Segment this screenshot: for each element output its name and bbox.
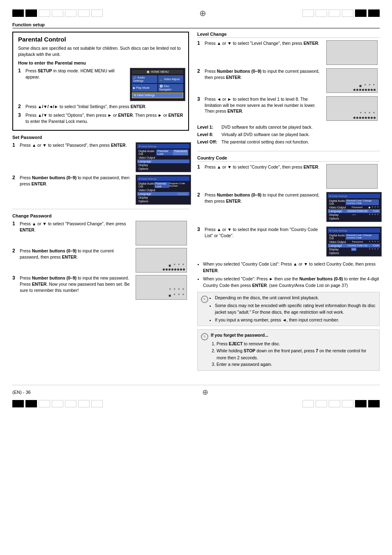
- footer-squares-bar: [12, 400, 380, 407]
- chg-pw-step-1-content: 1 Press ▲ or ▼ to select "Password Chang…: [12, 221, 131, 235]
- level-dot-row: [353, 89, 376, 91]
- cc3-code: Code: [373, 244, 379, 247]
- function-setup-label: Function setup: [12, 22, 380, 28]
- chg-pw-step-2-img: ■ * * *: [136, 248, 189, 273]
- level-1-desc: DVD software for adults cannot be played…: [221, 124, 313, 131]
- chg-pw-text-1: Press ▲ or ▼ to select "Password Change"…: [20, 221, 131, 233]
- footer-sq-3: [39, 400, 50, 407]
- set-pw-step-1-content: 1 Press ▲ or ▼ to select "Password", the…: [12, 142, 131, 151]
- enter-step-1-img: 🏠 HOME MENU 🔊 Audio Settings 📺 Video Adj…: [130, 68, 183, 101]
- forget-pw-list: Press EJECT to remove the disc. While ho…: [211, 340, 376, 368]
- chg-pw-step-3: 3 Press Number buttons (0–9) to input th…: [12, 275, 189, 300]
- pw-screen-2: ⚙ Initial Settings Digital Audio Out Par…: [136, 175, 191, 205]
- asterisk-row-2: * * * *: [169, 288, 185, 292]
- note-2: Some discs may not be encoded with speci…: [215, 303, 376, 316]
- step-num-2: 2: [18, 104, 23, 109]
- level-asterisk-2: * * * *: [360, 111, 376, 116]
- header-sq-r5: [355, 9, 367, 17]
- chg-pw-screen-3: * * * * ■ * * *: [136, 275, 187, 300]
- note-3: If you input a wrong number, press ◄, th…: [215, 317, 376, 324]
- enter-step-2-item: 2 Press ▲/▼/◄/► to select "Initial Setti…: [18, 104, 183, 110]
- pw2-language: Language: [138, 192, 151, 195]
- level-dot-row-2: [353, 117, 376, 119]
- enter-step-1: 1 Press SETUP in stop mode. HOME MENU wi…: [18, 68, 183, 101]
- ldot-1: [353, 89, 355, 91]
- forget-pw-icon: ✎: [201, 333, 208, 340]
- country-code-section: Country Code 1 Press ▲ or ▼ to select "C…: [197, 155, 380, 371]
- pw-header-2-initial: ⚙ Initial Settings: [138, 177, 157, 180]
- cc-step-num-2: 2: [197, 192, 201, 198]
- footer-sq-r1: [302, 400, 314, 407]
- level-item-1: Level 1: DVD software for adults cannot …: [197, 124, 380, 131]
- pw2-parental: Parental Lock: [154, 182, 169, 188]
- cc3-select-item: ──: [351, 248, 357, 251]
- header-sq-1: [12, 9, 24, 17]
- cc-screen-3: ⚙ Initial Settings Digital Audio Out Par…: [326, 227, 382, 257]
- home-menu-mockup: 🏠 HOME MENU 🔊 Audio Settings 📺 Video Adj…: [130, 68, 185, 101]
- header-sq-r6: [368, 9, 380, 17]
- cc3-body-1: Digital Audio Out Parental Lock: Change …: [328, 234, 380, 240]
- footer-sq-r4: [342, 400, 353, 407]
- cc3-country-list: Country Code List: [348, 244, 367, 247]
- set-pw-step-1-img: ⚙ Initial Settings Digital Audio Out Par…: [136, 142, 189, 172]
- cc-step-2-row: 2 Press Number buttons (0–9) to input th…: [197, 192, 380, 223]
- step-num-3: 3: [18, 112, 23, 118]
- level-list: Level 1: DVD software for adults cannot …: [197, 124, 380, 145]
- chg-pw-num-3: 3: [12, 275, 17, 281]
- ldot2-1: [353, 117, 355, 119]
- forget-password-box: ✎ If you forget the password... Press EJ…: [197, 329, 380, 371]
- cc3-header-initial: ⚙ Initial Settings: [329, 229, 347, 232]
- dot-6: [177, 268, 179, 271]
- pw-label-parental: Parental Lock: [156, 150, 173, 155]
- cc-body-1: Digital Audio Out Parental Lock: Change …: [328, 199, 380, 206]
- chg-pw-step-1-item: 1 Press ▲ or ▼ to select "Password Chang…: [12, 221, 131, 233]
- set-pw-step-2-item: 2 Press Number buttons (0–9) to input th…: [12, 175, 131, 187]
- cc3-parental: Parental Lock: Change Country Code: [346, 234, 379, 240]
- page-number: (EN) - 36: [12, 390, 31, 395]
- cc-body-3: Language Country Code List Code: [328, 209, 380, 213]
- level-step-num-2: 2: [197, 68, 201, 74]
- header-squares-left: [12, 9, 103, 17]
- pw-body-3: Language: [137, 160, 189, 163]
- home-menu-disc: 💿 Disc Navigator: [158, 84, 184, 92]
- level-screen-2: ■ * * *: [326, 68, 378, 93]
- cc-screen-2: ⚙ Initial Settings Digital Audio Out Par…: [326, 192, 382, 222]
- ldot2-8: [374, 117, 376, 119]
- cc-step-3-img: ⚙ Initial Settings Digital Audio Out Par…: [326, 227, 380, 258]
- footer-sq-7: [91, 400, 103, 407]
- enter-step-1-item: 1 Press SETUP in stop mode. HOME MENU wi…: [18, 68, 126, 80]
- pw2-video: Video Output: [138, 189, 155, 192]
- footer-sq-r6: [368, 400, 380, 407]
- set-password-title: Set Password: [12, 135, 189, 140]
- cc-options: Options: [329, 217, 339, 220]
- pw-options: Options: [138, 167, 148, 170]
- cc-step-2-content: Press Number buttons (0–9) to input the …: [205, 192, 323, 204]
- set-pw-step-2-content: 2 Press Number buttons (0–9) to input th…: [12, 175, 131, 189]
- pw-body-2-3: Language □□□□: [137, 192, 189, 196]
- set-pw-step-1: 1 Press ▲ or ▼ to select "Password", the…: [12, 142, 189, 172]
- dot-1: [163, 268, 165, 271]
- ldot-6: [368, 89, 370, 91]
- cc3-body-4: Display ── * * * *: [328, 247, 380, 251]
- step-text-2: Press ▲/▼/◄/► to select "Initial Setting…: [25, 104, 183, 110]
- header-sq-r3: [329, 9, 340, 17]
- ldot2-6: [368, 117, 370, 119]
- ldot-8: [374, 89, 376, 91]
- ldot2-4: [362, 117, 364, 119]
- cc3-options: Options: [329, 252, 339, 254]
- level-step-1-img: [326, 40, 380, 65]
- cc-step-1-content: Press ▲ or ▼ to select "Country Code", t…: [205, 164, 323, 170]
- chg-pw-num-1: 1: [12, 221, 17, 227]
- cc-pw-stars: ■ * * *: [369, 206, 379, 209]
- level-item-off: Level Off: The parental control setting …: [197, 139, 380, 146]
- ldot-2: [356, 89, 358, 91]
- home-menu-video: 📺 Video Adjust: [158, 75, 184, 83]
- header-sq-r4: [342, 9, 353, 17]
- cc3-header: ⚙ Initial Settings: [328, 228, 380, 233]
- cc-code-stars: * * * *: [369, 213, 379, 216]
- home-menu-initial: ⚙ Initial Settings: [132, 92, 183, 98]
- footer-sq-right: [302, 400, 380, 407]
- cc-country-list: Country Code List: [347, 210, 368, 213]
- cc3-body-2: Video Output Password * * * *: [328, 240, 380, 244]
- set-pw-step-1-item: 1 Press ▲ or ▼ to select "Password", the…: [12, 142, 131, 148]
